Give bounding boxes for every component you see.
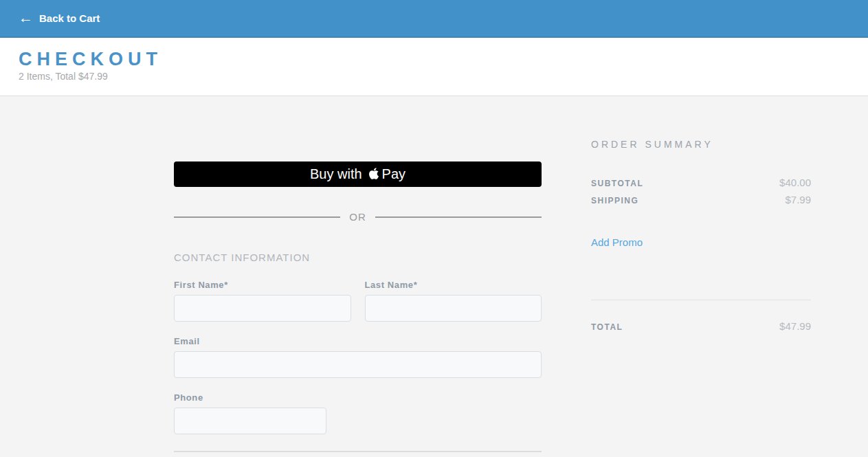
back-to-cart-link[interactable]: ← Back to Cart — [19, 11, 100, 25]
email-label: Email — [174, 336, 542, 346]
order-summary-heading: ORDER SUMMARY — [591, 139, 811, 150]
contact-information-heading: CONTACT INFORMATION — [174, 252, 542, 263]
cart-summary-subtitle: 2 Items, Total $47.99 — [19, 71, 868, 82]
last-name-field-group: Last Name* — [365, 280, 542, 322]
subtotal-value: $40.00 — [779, 175, 811, 190]
first-name-field-group: First Name* — [174, 280, 351, 322]
total-row: TOTAL $47.99 — [591, 318, 811, 335]
apple-logo-icon — [368, 167, 379, 180]
first-name-input[interactable] — [174, 295, 351, 322]
shipping-value: $7.99 — [785, 192, 811, 208]
email-input[interactable] — [174, 351, 542, 378]
subtotal-label: SUBTOTAL — [591, 176, 643, 192]
page-title: CHECKOUT — [19, 49, 868, 70]
checkout-form-column: Buy with Pay OR CONTACT INFORMATION Firs… — [174, 96, 542, 452]
back-to-cart-label: Back to Cart — [39, 12, 100, 24]
last-name-input[interactable] — [365, 295, 542, 322]
top-bar: ← Back to Cart — [0, 0, 868, 38]
order-summary-rows: SUBTOTAL $40.00 SHIPPING $7.99 — [591, 175, 811, 209]
or-label: OR — [340, 211, 375, 223]
email-field-group: Email — [174, 336, 542, 378]
column-gap — [542, 96, 591, 452]
main-content: Buy with Pay OR CONTACT INFORMATION Firs… — [0, 96, 868, 452]
form-bottom-divider — [174, 451, 542, 452]
divider-line-left — [174, 216, 340, 218]
total-value: $47.99 — [779, 318, 811, 334]
shipping-label: SHIPPING — [591, 193, 638, 209]
name-fields-row: First Name* Last Name* — [174, 280, 542, 322]
order-summary-column: ORDER SUMMARY SUBTOTAL $40.00 SHIPPING $… — [591, 96, 811, 452]
last-name-label: Last Name* — [365, 280, 542, 290]
add-promo-link[interactable]: Add Promo — [591, 236, 643, 248]
apple-pay-button[interactable]: Buy with Pay — [174, 161, 542, 187]
apple-pay-suffix: Pay — [382, 166, 405, 182]
shipping-row: SHIPPING $7.99 — [591, 192, 811, 209]
subtotal-row: SUBTOTAL $40.00 — [591, 175, 811, 192]
apple-pay-prefix: Buy with — [310, 166, 362, 182]
page-header: CHECKOUT 2 Items, Total $47.99 — [0, 38, 868, 96]
phone-input[interactable] — [174, 408, 326, 434]
phone-label: Phone — [174, 392, 542, 403]
divider-line-right — [375, 216, 542, 218]
phone-field-group: Phone — [174, 392, 542, 434]
first-name-label: First Name* — [174, 280, 351, 290]
total-label: TOTAL — [591, 320, 623, 335]
summary-divider — [591, 300, 811, 300]
back-arrow-icon: ← — [19, 10, 33, 25]
or-divider: OR — [174, 212, 542, 222]
